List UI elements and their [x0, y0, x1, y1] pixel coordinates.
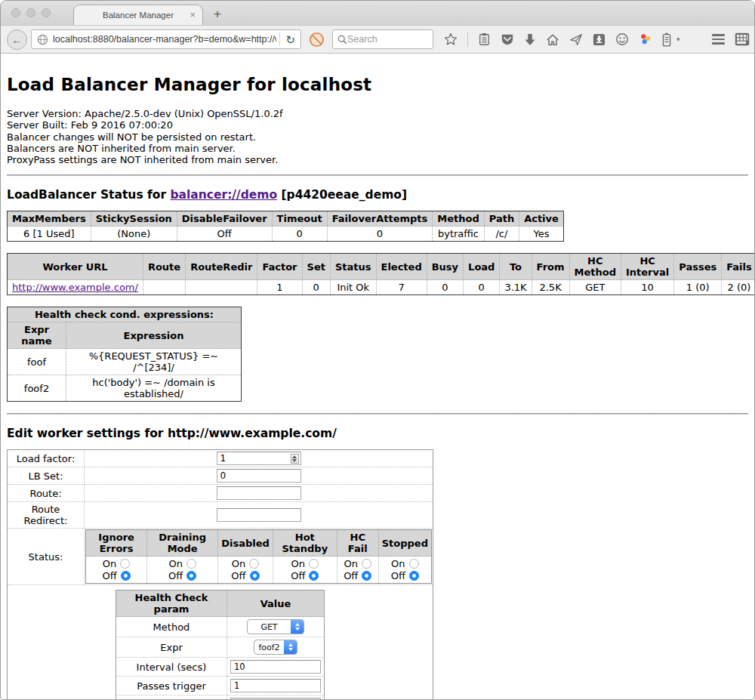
apps-grid-icon[interactable] [735, 32, 750, 46]
hot-standby-off-radio[interactable] [309, 571, 319, 581]
load-factor-input[interactable] [217, 452, 301, 465]
content-blocked-icon[interactable] [309, 32, 325, 48]
draining-mode-off-radio[interactable] [186, 571, 196, 581]
edit-worker-heading: Edit worker settings for http://www.exam… [7, 427, 748, 440]
draining-mode-on-radio[interactable] [186, 559, 196, 569]
col-method: Method [433, 211, 484, 227]
caret-down-icon[interactable]: ▾ [676, 35, 680, 43]
lb-set-input[interactable] [217, 469, 301, 483]
url-bar[interactable]: localhost:8880/balancer-manager?b=demo&w… [31, 29, 301, 49]
hc-expr-selected-value: foof2 [254, 640, 284, 654]
stopped-off-radio[interactable] [409, 571, 419, 581]
off-label: Off [391, 570, 405, 581]
loadbalancer-status-heading: LoadBalancer Status for balancer://demo … [7, 188, 748, 202]
hc-header-row: Health Check param Value [116, 591, 325, 617]
hc-method-selected-value: GET [248, 620, 291, 634]
send-icon[interactable] [569, 33, 583, 46]
hc-passes-input[interactable] [230, 679, 321, 692]
hc-fail-on-radio[interactable] [362, 559, 371, 569]
table-header-row: Worker URL Route RouteRedir Factor Set S… [8, 254, 755, 280]
reload-icon[interactable]: ↻ [285, 34, 295, 45]
disabled-on-radio[interactable] [249, 559, 259, 569]
stopped-on-radio[interactable] [409, 559, 419, 569]
hc-interval-input[interactable] [230, 660, 321, 674]
col-failoverattempts: FailoverAttempts [327, 211, 433, 227]
globe-icon [37, 34, 48, 45]
cell-status: Init Ok [330, 280, 376, 295]
tab-close-icon[interactable]: × [190, 9, 196, 20]
edit-worker-form: Load factor: LB Set: Route: Route Redire… [7, 449, 748, 700]
bookmark-star-icon[interactable] [444, 32, 458, 46]
route-redirect-input[interactable] [217, 508, 301, 522]
home-icon[interactable] [546, 33, 559, 46]
on-label: On [344, 558, 357, 569]
status-header-row: Ignore Errors Draining Mode Disabled Hot… [86, 530, 432, 557]
new-tab-button[interactable]: + [214, 7, 221, 22]
window-controls[interactable] [11, 8, 51, 17]
hc-fail-off-radio[interactable] [362, 571, 371, 581]
status-options-table: Ignore Errors Draining Mode Disabled Hot… [85, 529, 432, 584]
chat-smiley-icon[interactable] [615, 32, 629, 46]
server-info: Server Version: Apache/2.5.0-dev (Unix) … [7, 108, 748, 165]
status-label: Status: [8, 529, 85, 585]
on-label: On [391, 558, 405, 569]
hc-expr-select[interactable]: foof2 [254, 640, 297, 655]
table-header-row: MaxMembers StickySession DisableFailover… [8, 211, 564, 227]
select-arrows-icon [284, 640, 297, 654]
col-timeout: Timeout [272, 211, 327, 227]
window-zoom-icon[interactable] [42, 8, 51, 17]
disabled-off-radio[interactable] [250, 571, 260, 581]
colored-dots-icon[interactable] [639, 32, 652, 46]
menu-hamburger-icon[interactable] [712, 34, 725, 45]
off-label: Off [344, 570, 358, 581]
col-hc-value: Value [227, 591, 325, 617]
ignore-errors-off-radio[interactable] [121, 571, 131, 581]
browser-tab[interactable]: Balancer Manager × [73, 5, 203, 25]
balancer-link[interactable]: balancer://demo [170, 188, 277, 202]
pocket-icon[interactable] [501, 33, 514, 46]
ignore-errors-on-radio[interactable] [120, 559, 130, 569]
on-label: On [168, 558, 182, 569]
window-close-icon[interactable] [11, 8, 20, 17]
search-input[interactable] [347, 34, 415, 45]
cell-failoverattempts: 0 [327, 227, 433, 242]
battery-icon[interactable] [662, 32, 671, 47]
hc-interval-label: Interval (secs) [116, 658, 227, 677]
cell-expression: hc('body') =~ /domain is established/ [66, 375, 242, 402]
hot-standby-on-radio[interactable] [309, 559, 319, 569]
route-input[interactable] [217, 486, 301, 500]
cell-timeout: 0 [272, 227, 327, 242]
worker-url-link[interactable]: http://www.example.com/ [12, 282, 138, 293]
col-hc-fail: HC Fail [337, 530, 378, 557]
download-icon[interactable] [524, 33, 536, 46]
cell-expr-name: foof2 [8, 375, 66, 402]
off-label: Off [103, 570, 117, 581]
col-expression: Expression [66, 322, 242, 349]
heading-prefix: LoadBalancer Status for [7, 188, 170, 202]
status-radio-row: On Off On Off On Off [86, 557, 432, 584]
health-check-params-row: Health Check param Value Method GET [8, 585, 433, 700]
col-hc-param: Health Check param [116, 591, 227, 617]
url-text[interactable]: localhost:8880/balancer-manager?b=demo&w… [53, 34, 276, 45]
hc-fails-row: Fails trigger) [116, 695, 325, 700]
hc-method-select[interactable]: GET [247, 619, 304, 634]
table-row: foof %{REQUEST_STATUS} =~ /^[234]/ [8, 349, 242, 375]
search-bar[interactable] [332, 29, 433, 49]
clipboard-icon[interactable] [478, 32, 491, 46]
extension-download-icon[interactable] [593, 33, 606, 46]
table-row: foof2 hc('body') =~ /domain is establish… [8, 375, 242, 402]
proxypass-note-line: ProxyPass settings are NOT inherited fro… [7, 154, 748, 165]
hc-expr-label: Expr [116, 637, 227, 658]
divider [7, 174, 748, 176]
col-status: Status [330, 254, 376, 280]
divider [279, 32, 280, 46]
col-factor: Factor [257, 254, 302, 280]
worker-settings-table: Load factor: LB Set: Route: Route Redire… [7, 449, 433, 700]
toolbar-icons: ▾ [444, 32, 748, 47]
back-button[interactable]: ← [7, 29, 27, 50]
lb-set-row: LB Set: [8, 467, 433, 485]
col-hc-interval: HC Interval [621, 254, 673, 280]
number-spinner[interactable] [291, 454, 299, 464]
window-minimize-icon[interactable] [26, 8, 35, 17]
hc-interval-row: Interval (secs) [116, 658, 325, 677]
